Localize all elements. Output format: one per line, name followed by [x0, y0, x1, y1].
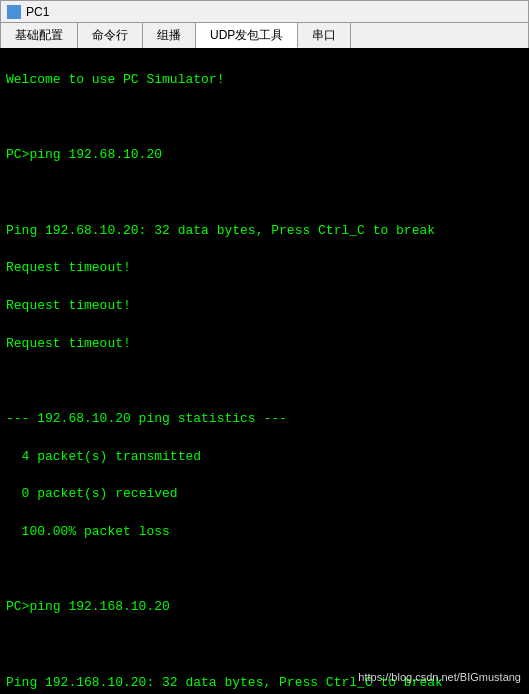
tab-串口[interactable]: 串口 [298, 23, 351, 48]
terminal-line-12: 100.00% packet loss [6, 523, 523, 542]
terminal-line-7: Request timeout! [6, 335, 523, 354]
terminal-line-2: PC>ping 192.68.10.20 [6, 146, 523, 165]
watermark: https://blog.csdn.net/BIGmustang [358, 670, 521, 686]
terminal-line-4: Ping 192.68.10.20: 32 data bytes, Press … [6, 222, 523, 241]
tab-命令行[interactable]: 命令行 [78, 23, 143, 48]
terminal-line-15 [6, 636, 523, 655]
tab-bar: 基础配置命令行组播UDP发包工具串口 [0, 22, 529, 48]
terminal-line-3 [6, 184, 523, 203]
terminal-line-8 [6, 372, 523, 391]
terminal-line-10: 4 packet(s) transmitted [6, 448, 523, 467]
tab-基础配置[interactable]: 基础配置 [1, 23, 78, 48]
terminal-line-14: PC>ping 192.168.10.20 [6, 598, 523, 617]
terminal-line-0: Welcome to use PC Simulator! [6, 71, 523, 90]
terminal-line-13 [6, 561, 523, 580]
terminal-line-1 [6, 109, 523, 128]
tab-UDP发包工具[interactable]: UDP发包工具 [196, 23, 298, 48]
tab-组播[interactable]: 组播 [143, 23, 196, 48]
terminal-line-11: 0 packet(s) received [6, 485, 523, 504]
window-title: PC1 [26, 5, 49, 19]
terminal-line-9: --- 192.68.10.20 ping statistics --- [6, 410, 523, 429]
terminal-area[interactable]: Welcome to use PC Simulator!PC>ping 192.… [0, 48, 529, 694]
window-icon [7, 5, 21, 19]
title-bar: PC1 [0, 0, 529, 22]
terminal-line-5: Request timeout! [6, 259, 523, 278]
terminal-line-6: Request timeout! [6, 297, 523, 316]
